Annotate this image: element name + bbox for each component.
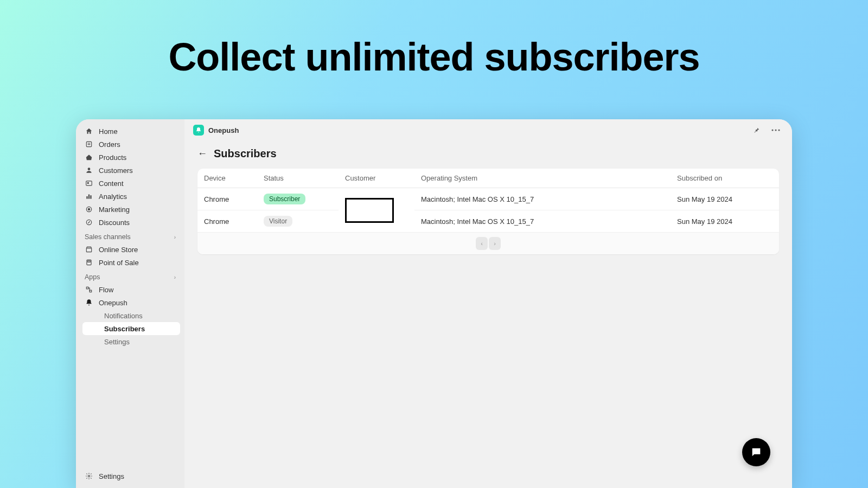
svg-rect-4: [86, 196, 87, 199]
pin-icon: [752, 126, 760, 134]
svg-point-3: [87, 182, 88, 183]
page-title: Subscribers: [214, 147, 277, 160]
sidebar-footer: Settings: [76, 470, 184, 483]
flow-icon: [85, 285, 93, 294]
hero-title: Collect unlimited subscribers: [0, 0, 868, 79]
apps-header[interactable]: Apps ›: [76, 269, 184, 283]
nav-marketing[interactable]: Marketing: [76, 203, 184, 216]
table-row[interactable]: Chrome Subscriber Macintosh; Intel Mac O…: [197, 188, 779, 210]
svg-rect-6: [90, 195, 91, 198]
cell-status: Visitor: [257, 210, 339, 233]
svg-point-8: [88, 208, 90, 210]
svg-rect-12: [88, 261, 91, 262]
nav-home[interactable]: Home: [76, 125, 184, 138]
gear-icon: [85, 472, 93, 480]
cell-os: Macintosh; Intel Mac OS X 10_15_7: [414, 188, 671, 210]
table-row[interactable]: Chrome Visitor Macintosh; Intel Mac OS X…: [197, 210, 779, 233]
nav-label: Onepush: [99, 299, 127, 307]
nav-onepush[interactable]: Onepush: [76, 296, 184, 309]
nav-label: Customers: [99, 166, 133, 175]
prev-page-button[interactable]: ‹: [476, 237, 488, 250]
col-device: Device: [197, 169, 257, 188]
nav-label: Flow: [99, 286, 113, 294]
nav-content[interactable]: Content: [76, 177, 184, 190]
svg-rect-10: [86, 248, 91, 252]
next-page-button[interactable]: ›: [489, 237, 501, 250]
nav-orders[interactable]: Orders: [76, 138, 184, 151]
status-badge: Visitor: [264, 216, 292, 227]
nav-label: Marketing: [99, 206, 130, 214]
nav-products[interactable]: Products: [76, 151, 184, 164]
nav-settings[interactable]: Settings: [76, 470, 184, 483]
nav-online-store[interactable]: Online Store: [76, 243, 184, 256]
subscribers-card: Device Status Customer Operating System …: [197, 169, 779, 254]
content-icon: [85, 179, 93, 188]
chevron-right-icon: ›: [174, 274, 176, 280]
svg-rect-2: [86, 181, 92, 185]
svg-rect-13: [86, 287, 88, 289]
customers-icon: [85, 166, 93, 175]
nav-discounts[interactable]: Discounts: [76, 216, 184, 229]
store-icon: [85, 245, 93, 254]
bell-icon: [85, 298, 93, 307]
products-icon: [85, 153, 93, 162]
status-badge: Subscriber: [264, 194, 305, 204]
svg-point-16: [771, 129, 773, 131]
nav-label: Online Store: [99, 246, 138, 254]
app-name: Onepush: [208, 126, 239, 134]
sidebar: Home Orders Products Customers Content A…: [76, 119, 184, 488]
sub-subscribers[interactable]: Subscribers: [82, 322, 180, 335]
chat-icon: [750, 446, 762, 458]
col-customer: Customer: [339, 169, 414, 188]
section-label: Apps: [85, 273, 100, 281]
svg-point-1: [88, 168, 91, 170]
svg-rect-5: [88, 195, 90, 199]
nav-main: Home Orders Products Customers Content A…: [76, 125, 184, 229]
main-panel: Onepush ← Subscribers Device Status: [184, 119, 792, 488]
svg-point-18: [778, 129, 780, 131]
sales-channels-header[interactable]: Sales channels ›: [76, 229, 184, 243]
col-status: Status: [257, 169, 339, 188]
section-label: Sales channels: [85, 233, 131, 241]
cell-status: Subscriber: [257, 188, 339, 210]
nav-label: Settings: [99, 472, 124, 480]
col-os: Operating System: [414, 169, 671, 188]
topbar: Onepush: [184, 119, 792, 141]
nav-label: Products: [99, 153, 126, 162]
svg-point-17: [775, 129, 776, 131]
cell-device: Chrome: [197, 210, 257, 233]
nav-label: Analytics: [99, 192, 127, 201]
more-button[interactable]: [768, 123, 783, 138]
analytics-icon: [85, 192, 93, 201]
home-icon: [85, 127, 93, 136]
app-badge: [193, 125, 204, 136]
pagination: ‹ ›: [197, 233, 779, 254]
nav-label: Home: [99, 127, 118, 136]
sub-notifications[interactable]: Notifications: [82, 309, 180, 322]
nav-label: Orders: [99, 140, 120, 149]
marketing-icon: [85, 205, 93, 214]
pin-button[interactable]: [749, 123, 764, 138]
subscribers-table: Device Status Customer Operating System …: [197, 169, 779, 233]
nav-customers[interactable]: Customers: [76, 164, 184, 177]
orders-icon: [85, 140, 93, 149]
nav-label: Discounts: [99, 219, 130, 227]
bell-icon: [195, 127, 202, 133]
cell-os: Macintosh; Intel Mac OS X 10_15_7: [414, 210, 671, 233]
nav-analytics[interactable]: Analytics: [76, 190, 184, 203]
nav-pos[interactable]: Point of Sale: [76, 256, 184, 269]
chat-fab[interactable]: [742, 438, 770, 466]
cell-customer: [339, 188, 414, 233]
nav-label: Point of Sale: [99, 259, 139, 267]
pos-icon: [85, 258, 93, 267]
page-header: ← Subscribers: [184, 141, 792, 169]
cell-subscribed: Sun May 19 2024: [671, 210, 779, 233]
chevron-right-icon: ›: [174, 234, 176, 240]
customer-redacted-box: [345, 198, 394, 223]
sub-settings[interactable]: Settings: [82, 335, 180, 348]
dots-icon: [771, 129, 780, 131]
nav-flow[interactable]: Flow: [76, 283, 184, 296]
back-button[interactable]: ←: [197, 148, 207, 159]
svg-point-15: [88, 475, 90, 477]
cell-device: Chrome: [197, 188, 257, 210]
